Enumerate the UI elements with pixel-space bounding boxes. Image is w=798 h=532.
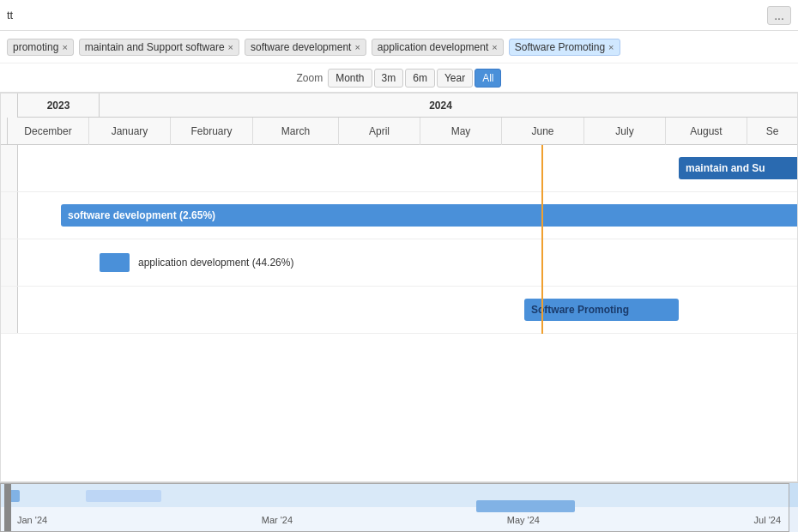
year-2024: 2024 (100, 94, 782, 118)
tag-label: maintain and Support software (85, 41, 225, 53)
search-input[interactable] (7, 9, 767, 21)
tag-label: Software Promoting (515, 41, 605, 53)
bar-label-software-dev: software development (2.65%) (68, 209, 215, 221)
tags-row: promoting × maintain and Support softwar… (0, 31, 798, 63)
bar-label-app-dev: application development (44.26%) (138, 257, 293, 269)
tag-app-dev: application development × (372, 39, 504, 56)
zoom-all[interactable]: All (475, 69, 501, 88)
tag-maintain: maintain and Support software × (79, 39, 239, 56)
year-label-col (1, 94, 18, 118)
tag-close-promoting[interactable]: × (62, 42, 67, 52)
month-feb: February (171, 118, 253, 145)
minimap-labels: Jan '24 Mar '24 May '24 Jul '24 (0, 515, 798, 525)
tag-close-software-dev[interactable]: × (354, 42, 360, 52)
more-button[interactable]: ... (767, 6, 791, 25)
month-sep: Se (747, 118, 797, 145)
tag-close-maintain[interactable]: × (228, 42, 233, 52)
tag-software-dev: software development × (245, 39, 366, 56)
gantt-body: maintain and Su software development (2.… (1, 145, 797, 334)
more-icon: ... (774, 9, 784, 22)
row-label-3 (1, 239, 18, 286)
minimap-label-jan: Jan '24 (17, 515, 47, 525)
gantt-row-1: maintain and Su (1, 145, 797, 192)
row-content-3: application development (44.26%) (18, 239, 797, 286)
tag-software-promoting: Software Promoting × (509, 39, 620, 56)
gantt-month-row: December January February March April Ma… (1, 118, 797, 145)
row-label-1 (1, 145, 18, 191)
bar-software-dev[interactable]: software development (2.65%) (61, 204, 797, 227)
zoom-6m[interactable]: 6m (405, 69, 435, 88)
tag-promoting: promoting × (7, 39, 74, 56)
zoom-label: Zoom (297, 72, 323, 84)
month-may: May (420, 118, 502, 145)
bar-label-software-promoting: Software Promoting (531, 304, 629, 316)
zoom-bar: Zoom Month 3m 6m Year All (0, 63, 798, 93)
tag-label: promoting (13, 41, 58, 53)
gantt-row-4: Software Promoting (1, 287, 797, 334)
month-dec: December (8, 118, 89, 145)
month-jan: January (89, 118, 171, 145)
bar-app-dev-small[interactable] (100, 253, 130, 272)
bar-software-promoting[interactable]: Software Promoting (524, 299, 679, 321)
minimap-label-may: May '24 (507, 515, 540, 525)
month-apr: April (339, 118, 420, 145)
app-container: ... promoting × maintain and Support sof… (0, 0, 798, 532)
row-label-4 (1, 287, 18, 333)
gantt-row-2: software development (2.65%) (1, 192, 797, 239)
month-label-col (1, 118, 8, 144)
year-2023: 2023 (18, 94, 100, 118)
tag-close-software-promoting[interactable]: × (608, 42, 614, 52)
zoom-year[interactable]: Year (437, 69, 473, 88)
zoom-3m[interactable]: 3m (374, 69, 404, 88)
minimap-label-jul: Jul '24 (754, 515, 781, 525)
minimap-label-mar: Mar '24 (262, 515, 293, 525)
tag-close-app-dev[interactable]: × (492, 42, 497, 52)
month-aug: August (666, 118, 747, 145)
gantt-year-row: 2023 2024 (1, 94, 797, 118)
row-content-1: maintain and Su (18, 145, 797, 191)
bar-label-maintain: maintain and Su (686, 162, 765, 174)
month-jun: June (502, 118, 584, 145)
row-label-2 (1, 192, 18, 239)
row-content-2: software development (2.65%) (18, 192, 797, 239)
minimap: Jan '24 Mar '24 May '24 Jul '24 (0, 482, 798, 532)
bar-maintain[interactable]: maintain and Su (679, 157, 797, 179)
tag-label: application development (378, 41, 488, 53)
search-bar: ... (0, 0, 798, 31)
zoom-month[interactable]: Month (328, 69, 372, 88)
gantt-row-3: application development (44.26%) (1, 239, 797, 287)
month-mar: March (253, 118, 339, 145)
month-jul: July (584, 118, 666, 145)
row-content-4: Software Promoting (18, 287, 797, 333)
today-line (541, 145, 543, 334)
tag-label: software development (251, 41, 351, 53)
gantt-area: 2023 2024 December January February Marc… (0, 93, 798, 482)
